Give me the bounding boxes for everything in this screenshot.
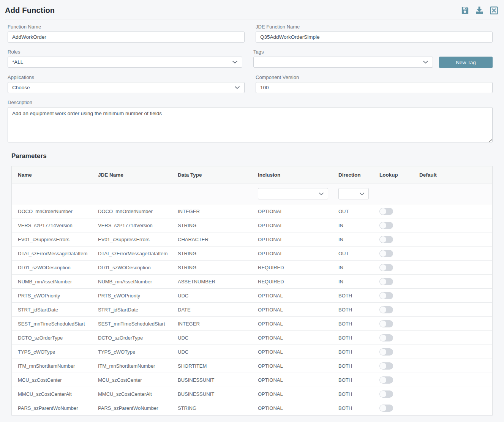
param-lookup-cell: [373, 390, 413, 398]
description-textarea[interactable]: Add an equipment work order using the mi…: [8, 107, 493, 142]
param-jde-name-cell: DL01_szWODescription: [92, 265, 172, 270]
applications-select[interactable]: Choose: [8, 82, 245, 93]
tags-label: Tags: [253, 49, 493, 55]
toggle-knob: [380, 405, 386, 411]
roles-select[interactable]: *ALL: [8, 57, 242, 68]
param-data-type-cell: STRING: [172, 405, 252, 411]
param-direction-cell: IN: [332, 279, 373, 284]
param-jde-name-cell: EV01_cSuppressErrors: [92, 237, 172, 242]
toggle-knob: [380, 307, 386, 313]
chevron-down-icon: [234, 86, 240, 89]
param-inclusion-cell: REQUIRED: [252, 265, 332, 270]
lookup-toggle[interactable]: [379, 390, 393, 398]
page-title: Add Function: [5, 6, 55, 15]
lookup-toggle[interactable]: [379, 264, 393, 271]
table-row: MCU_szCostCenter MCU_szCostCenter BUSINE…: [12, 373, 492, 387]
param-inclusion-cell: OPTIONAL: [252, 307, 332, 313]
lookup-toggle[interactable]: [379, 376, 393, 384]
chevron-down-icon: [319, 192, 324, 196]
param-name-cell: DTAI_szErrorMessageDataItem: [12, 251, 92, 256]
download-button[interactable]: [474, 5, 484, 15]
param-jde-name-cell: SEST_mnTimeScheduledStart: [92, 321, 172, 327]
param-inclusion-cell: OPTIONAL: [252, 223, 332, 228]
param-name-cell: DCTO_szOrderType: [12, 335, 92, 341]
param-data-type-cell: ASSETNUMBER: [172, 279, 252, 284]
chevron-down-icon: [232, 60, 238, 64]
table-row: VERS_szP17714Version VERS_szP17714Versio…: [12, 218, 492, 232]
column-header-default: Default: [413, 172, 492, 178]
table-row: DCTO_szOrderType DCTO_szOrderType UDC OP…: [12, 331, 492, 345]
param-data-type-cell: UDC: [172, 293, 252, 299]
column-header-data-type: Data Type: [172, 172, 252, 178]
chevron-down-icon: [359, 192, 365, 196]
param-lookup-cell: [373, 376, 413, 384]
param-name-cell: MCU_szCostCenter: [12, 377, 92, 383]
lookup-toggle[interactable]: [379, 334, 393, 341]
param-name-cell: TYPS_cWOType: [12, 349, 92, 355]
jde-function-name-input[interactable]: [256, 32, 493, 43]
param-inclusion-cell: OPTIONAL: [252, 251, 332, 256]
table-row: STRT_jdStartDate STRT_jdStartDate DATE O…: [12, 303, 492, 317]
table-row: PARS_szParentWoNumber PARS_szParentWoNum…: [12, 401, 492, 415]
close-icon: [490, 6, 498, 15]
lookup-toggle[interactable]: [379, 222, 393, 229]
parameters-table-header: Name JDE Name Data Type Inclusion Direct…: [12, 166, 492, 183]
page-header: Add Function: [0, 0, 504, 19]
param-jde-name-cell: ITM_mnShortItemNumber: [92, 363, 172, 369]
param-direction-cell: BOTH: [332, 391, 373, 397]
lookup-toggle[interactable]: [379, 320, 393, 327]
table-row: DTAI_szErrorMessageDataItem DTAI_szError…: [12, 247, 492, 261]
param-data-type-cell: SHORTITEM: [172, 363, 252, 369]
lookup-toggle[interactable]: [379, 348, 393, 356]
param-data-type-cell: INTEGER: [172, 209, 252, 214]
param-data-type-cell: STRING: [172, 265, 252, 270]
param-direction-cell: IN: [332, 237, 373, 242]
close-button[interactable]: [489, 5, 499, 15]
tags-select[interactable]: [253, 57, 433, 68]
param-inclusion-cell: OPTIONAL: [252, 391, 332, 397]
param-name-cell: STRT_jdStartDate: [12, 307, 92, 313]
toggle-knob: [380, 264, 386, 271]
param-lookup-cell: [373, 334, 413, 341]
function-name-input[interactable]: [8, 32, 245, 43]
param-lookup-cell: [373, 264, 413, 271]
column-header-inclusion: Inclusion: [252, 172, 332, 178]
param-lookup-cell: [373, 278, 413, 285]
param-jde-name-cell: MCU_szCostCenter: [92, 377, 172, 383]
param-direction-cell: BOTH: [332, 349, 373, 355]
direction-filter-select[interactable]: [338, 188, 369, 199]
param-lookup-cell: [373, 362, 413, 370]
toggle-knob: [380, 250, 386, 257]
param-data-type-cell: STRING: [172, 223, 252, 228]
lookup-toggle[interactable]: [379, 362, 393, 370]
lookup-toggle[interactable]: [379, 250, 393, 257]
lookup-toggle[interactable]: [379, 236, 393, 243]
component-version-input[interactable]: [256, 82, 493, 93]
toggle-knob: [380, 363, 386, 369]
param-name-cell: ITM_mnShortItemNumber: [12, 363, 92, 369]
param-inclusion-cell: REQUIRED: [252, 279, 332, 284]
param-name-cell: VERS_szP17714Version: [12, 223, 92, 228]
save-button[interactable]: [460, 5, 470, 15]
lookup-toggle[interactable]: [379, 405, 393, 412]
param-jde-name-cell: DCTO_szOrderType: [92, 335, 172, 341]
param-lookup-cell: [373, 405, 413, 412]
parameters-filter-row: [12, 183, 492, 204]
lookup-toggle[interactable]: [379, 278, 393, 285]
table-row: ITM_mnShortItemNumber ITM_mnShortItemNum…: [12, 359, 492, 373]
lookup-toggle[interactable]: [379, 292, 393, 299]
toggle-knob: [380, 236, 386, 243]
param-data-type-cell: UDC: [172, 335, 252, 341]
param-lookup-cell: [373, 236, 413, 243]
toggle-knob: [380, 222, 386, 229]
inclusion-filter-select[interactable]: [258, 188, 328, 199]
new-tag-button[interactable]: New Tag: [439, 57, 493, 68]
param-direction-cell: BOTH: [332, 377, 373, 383]
lookup-toggle[interactable]: [379, 306, 393, 313]
param-direction-cell: IN: [332, 223, 373, 228]
param-direction-cell: IN: [332, 265, 373, 270]
lookup-toggle[interactable]: [379, 208, 393, 215]
table-row: EV01_cSuppressErrors EV01_cSuppressError…: [12, 232, 492, 247]
param-inclusion-cell: OPTIONAL: [252, 293, 332, 299]
param-jde-name-cell: TYPS_cWOType: [92, 349, 172, 355]
